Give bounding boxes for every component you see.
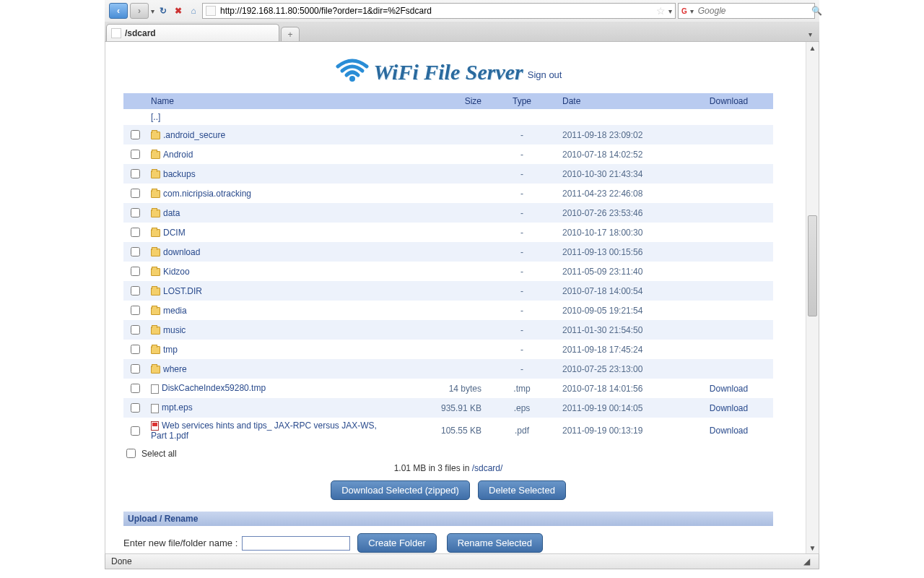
file-size [392, 262, 486, 281]
row-checkbox[interactable] [131, 384, 140, 393]
row-checkbox[interactable] [131, 286, 140, 296]
file-name-link[interactable]: where [163, 364, 187, 374]
sign-out-link[interactable]: Sign out [528, 69, 562, 85]
search-engine-dropdown-icon[interactable]: ▾ [690, 7, 694, 15]
file-name-link[interactable]: data [163, 208, 180, 218]
row-checkbox[interactable] [131, 169, 140, 178]
app-header: WiFi File Server Sign out [105, 48, 791, 89]
file-name-link[interactable]: media [163, 306, 187, 316]
download-link[interactable]: Download [710, 426, 748, 436]
file-name-link[interactable]: Kidzoo [163, 267, 190, 277]
file-date: 2011-09-19 00:13:19 [558, 418, 684, 444]
file-type: .pdf [486, 418, 558, 444]
scroll-up-icon[interactable]: ▲ [806, 42, 819, 53]
row-checkbox[interactable] [131, 325, 140, 335]
row-checkbox[interactable] [131, 426, 140, 436]
file-size [392, 301, 486, 320]
folder-icon [151, 131, 160, 139]
file-name-link[interactable]: mpt.eps [162, 402, 193, 413]
file-name-link[interactable]: tmp [163, 345, 178, 355]
file-size [392, 184, 486, 203]
col-download[interactable]: Download [684, 93, 773, 109]
vertical-scrollbar[interactable]: ▲ ▼ [806, 42, 819, 553]
search-go-icon[interactable]: 🔍 [811, 6, 822, 16]
url-input[interactable] [219, 5, 653, 17]
folder-icon [151, 171, 160, 178]
file-date: 2011-09-19 00:14:05 [558, 398, 684, 418]
reload-icon[interactable]: ↻ [157, 4, 170, 17]
table-row: DCIM-2010-10-17 18:00:30 [123, 223, 773, 242]
file-name-link[interactable]: DCIM [163, 228, 186, 238]
file-size [392, 281, 486, 301]
file-type: - [486, 301, 558, 320]
file-name-link[interactable]: com.nicripsia.otracking [163, 189, 251, 199]
download-link[interactable]: Download [710, 403, 748, 413]
tab-list-dropdown-icon[interactable]: ▾ [806, 27, 815, 41]
tab-sdcard[interactable]: /sdcard [106, 24, 279, 41]
col-date[interactable]: Date [558, 93, 684, 109]
scroll-thumb[interactable] [808, 215, 817, 316]
parent-row[interactable]: [..] [123, 109, 773, 125]
row-checkbox[interactable] [131, 228, 140, 237]
search-input[interactable] [697, 5, 808, 17]
new-name-input[interactable] [242, 536, 350, 551]
new-tab-button[interactable]: + [281, 27, 300, 41]
new-name-row: Enter new file/folder name : Create Fold… [123, 533, 773, 553]
row-checkbox[interactable] [131, 150, 140, 159]
scroll-down-icon[interactable]: ▼ [806, 542, 819, 553]
col-size[interactable]: Size [392, 93, 486, 109]
file-size: 105.55 KB [392, 418, 486, 444]
file-name-link[interactable]: DiskCacheIndex59280.tmp [162, 383, 266, 393]
summary-line: 1.01 MB in 3 files in /sdcard/ [105, 463, 791, 473]
file-date: 2010-07-18 14:02:52 [558, 144, 684, 164]
home-icon[interactable]: ⌂ [187, 4, 200, 17]
download-selected-button[interactable]: Download Selected (zipped) [331, 480, 470, 500]
download-link[interactable]: Download [710, 384, 748, 394]
file-name-link[interactable]: Web services hints and tips_ JAX-RPC ver… [151, 420, 377, 441]
file-type: - [486, 203, 558, 223]
folder-icon [151, 151, 160, 159]
forward-button[interactable]: › [130, 3, 149, 19]
url-bar[interactable]: ☆ ▾ [202, 3, 676, 19]
select-all-checkbox[interactable] [126, 449, 136, 458]
back-button[interactable]: ‹ [109, 3, 128, 19]
bookmark-star-icon[interactable]: ☆ [656, 5, 666, 17]
stop-icon[interactable]: ✖ [172, 4, 185, 17]
row-checkbox[interactable] [131, 247, 140, 256]
parent-link[interactable]: [..] [147, 109, 392, 125]
search-box[interactable]: G ▾ 🔍 [678, 3, 815, 19]
file-size [392, 242, 486, 262]
enter-name-label: Enter new file/folder name : [123, 538, 237, 548]
row-checkbox[interactable] [131, 130, 140, 139]
delete-selected-button[interactable]: Delete Selected [478, 480, 566, 500]
file-name-link[interactable]: download [163, 247, 200, 257]
table-row: data-2010-07-26 23:53:46 [123, 203, 773, 223]
upload-rename-section-title: Upload / Rename [123, 512, 773, 526]
page-favicon-icon [206, 6, 216, 16]
col-type[interactable]: Type [486, 93, 558, 109]
file-size [392, 223, 486, 242]
col-name[interactable]: Name [147, 93, 392, 109]
file-name-link[interactable]: Android [163, 150, 193, 160]
row-checkbox[interactable] [131, 306, 140, 315]
file-size [392, 340, 486, 359]
create-folder-button[interactable]: Create Folder [357, 533, 436, 553]
row-checkbox[interactable] [131, 267, 140, 276]
rename-selected-button[interactable]: Rename Selected [447, 533, 543, 553]
history-dropdown-icon[interactable]: ▾ [151, 7, 154, 15]
row-checkbox[interactable] [131, 208, 140, 217]
file-name-link[interactable]: backups [163, 169, 196, 179]
file-name-link[interactable]: LOST.DIR [163, 286, 202, 296]
row-checkbox[interactable] [131, 345, 140, 354]
url-dropdown-icon[interactable]: ▾ [668, 7, 672, 15]
file-type: - [486, 242, 558, 262]
table-row: Android-2010-07-18 14:02:52 [123, 144, 773, 164]
status-resize-icon[interactable]: ◢ [800, 556, 813, 566]
table-row: LOST.DIR-2010-07-18 14:00:54 [123, 281, 773, 301]
file-name-link[interactable]: .android_secure [163, 130, 225, 140]
file-name-link[interactable]: music [163, 325, 186, 335]
row-checkbox[interactable] [131, 364, 140, 374]
row-checkbox[interactable] [131, 189, 140, 198]
nav-toolbar: ‹ › ▾ ↻ ✖ ⌂ ☆ ▾ G ▾ 🔍 [105, 0, 819, 22]
row-checkbox[interactable] [131, 403, 140, 413]
